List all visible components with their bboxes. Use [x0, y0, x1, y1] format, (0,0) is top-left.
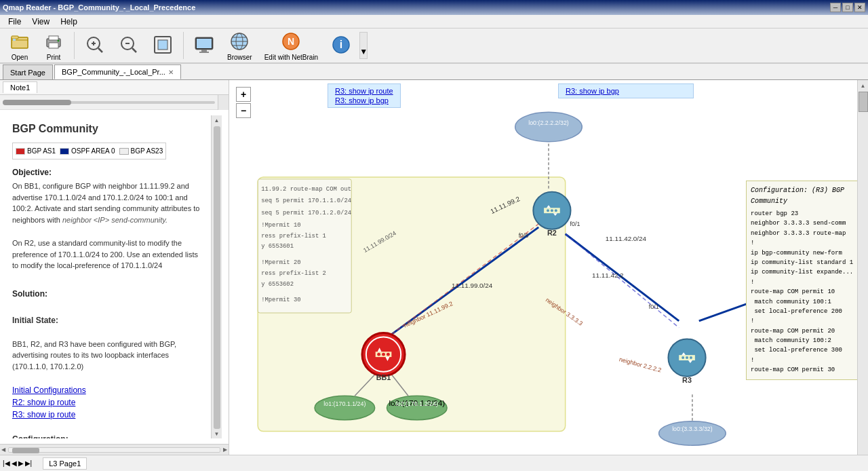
config-line-4: ! [751, 238, 860, 248]
nav-next[interactable]: ▶ [18, 459, 24, 467]
svg-text:y 6553601: y 6553601 [261, 243, 294, 250]
menu-bar: File View Help [0, 15, 868, 29]
screen-button[interactable] [189, 31, 220, 60]
r3-bgp-info: R3: show ip bgp [558, 83, 694, 98]
config-line-17: route-map COM permit 30 [751, 365, 860, 375]
minimize-button[interactable]: ─ [830, 3, 841, 12]
svg-point-86 [686, 356, 688, 359]
maximize-button[interactable]: □ [842, 3, 853, 12]
svg-rect-15 [158, 40, 167, 50]
r3-show-ip-bgp-link[interactable]: R3: show ip bgp [335, 96, 393, 105]
zoom-in-button[interactable] [79, 31, 111, 60]
svg-text:seq 5 permit 170.1.2.0/24: seq 5 permit 170.1.2.0/24 [261, 210, 351, 216]
info-button[interactable]: i [326, 31, 357, 60]
map-scrollbar-vertical[interactable]: ▲ [857, 80, 868, 455]
svg-text:11.11.99.0/24: 11.11.99.0/24 [452, 282, 493, 289]
open-button[interactable]: Open [4, 28, 35, 64]
svg-text:R3: R3 [682, 376, 692, 384]
svg-text:!Mpermit 30: !Mpermit 30 [261, 297, 300, 303]
note-tab-bar: Note1 [0, 80, 229, 95]
svg-text:11.99.2 route-map COM out: 11.99.2 route-map COM out [261, 186, 351, 193]
config-line-5: ip bgp-community new-form [751, 248, 860, 258]
toolbar-dropdown[interactable]: ▼ [359, 32, 368, 59]
tab-bgp-community[interactable]: BGP_Community_-_Local_Pr... ✕ [54, 64, 181, 79]
svg-line-10 [98, 48, 102, 52]
svg-rect-1 [12, 36, 18, 39]
legend-box: BGP AS1 OSPF AREA 0 BGP AS23 [12, 143, 166, 159]
menu-view[interactable]: View [26, 16, 55, 28]
note-tab-1[interactable]: Note1 [3, 81, 37, 93]
svg-rect-19 [199, 52, 209, 53]
config-title: Configuration: [12, 433, 204, 438]
svg-text:ress prefix-list 2: ress prefix-list 2 [261, 270, 326, 277]
config-line-13: route-map COM permit 20 [751, 326, 860, 336]
nav-first[interactable]: |◀ [3, 459, 10, 467]
zoom-out-map-button[interactable]: − [236, 103, 251, 118]
svg-text:f0/0: f0/0 [519, 232, 529, 239]
svg-text:lo0:(2.2.2.2/32): lo0:(2.2.2.2/32) [528, 119, 569, 126]
tab-start-page[interactable]: Start Page [3, 64, 53, 79]
svg-text:neighbor 2.2.2.2: neighbor 2.2.2.2 [618, 356, 663, 373]
svg-point-87 [690, 356, 692, 359]
r3-show-ip-route-link[interactable]: R3: show ip route [335, 87, 393, 95]
fit-button[interactable] [147, 31, 178, 60]
svg-text:seq 5 permit 170.1.1.0/24: seq 5 permit 170.1.1.0/24 [261, 197, 351, 204]
svg-point-6 [58, 39, 60, 41]
config-line-7: ip community-list expande... [751, 267, 860, 277]
svg-text:f0/1: f0/1 [570, 221, 580, 227]
link-r2-show-ip-route[interactable]: R2: show ip route [12, 396, 204, 409]
tab-close-icon[interactable]: ✕ [168, 69, 174, 76]
svg-point-81 [551, 209, 553, 212]
map-area[interactable]: R3: show ip route R3: show ip bgp R3: sh… [229, 80, 868, 455]
nav-prev[interactable]: ◀ [12, 459, 17, 467]
svg-text:R2: R2 [547, 229, 557, 237]
left-panel-scrollbar[interactable]: ▲ ▼ [211, 115, 222, 438]
window-title: Qmap Reader - BGP_Community_-_Local_Prec… [3, 3, 195, 12]
config-line-9: route-map COM permit 10 [751, 287, 860, 297]
print-button[interactable]: Print [38, 28, 69, 64]
main-area: Note1 BGP Community BGP AS1 [0, 80, 868, 455]
solution-title: Solution: [12, 288, 204, 300]
left-panel-hscroll[interactable]: ◀ ▶ [0, 444, 229, 455]
page-tab-l3[interactable]: L3 Page1 [43, 457, 87, 470]
zoom-controls: + − [236, 87, 251, 118]
zoom-in-map-button[interactable]: + [236, 87, 251, 102]
legend-bgp-as23: BGP AS23 [119, 146, 163, 156]
browser-icon [229, 31, 250, 52]
edit-netbrain-button[interactable]: N Edit with NetBrain [260, 28, 323, 64]
browser-button[interactable]: Browser [222, 28, 257, 64]
svg-point-85 [682, 356, 684, 359]
link-initial-configs[interactable]: Initial Configurations [12, 384, 204, 396]
r2-note: On R2, use a standard community-list to … [12, 238, 204, 271]
close-button[interactable]: ✕ [854, 3, 865, 12]
link-r3-show-ip-route[interactable]: R3: show ip route [12, 409, 204, 421]
zoom-out-button[interactable] [113, 31, 144, 60]
menu-file[interactable]: File [3, 16, 26, 28]
r3-show-ip-bgp-top-link[interactable]: R3: show ip bgp [566, 87, 686, 95]
menu-help[interactable]: Help [55, 16, 83, 28]
page-tab-l3-label: L3 Page1 [49, 459, 81, 468]
zoom-out-icon [118, 34, 140, 56]
initial-state-title: Initial State: [12, 314, 204, 326]
browser-label: Browser [227, 54, 252, 61]
scroll-up-btn[interactable]: ▲ [858, 80, 868, 91]
svg-rect-18 [201, 50, 207, 52]
svg-rect-2 [13, 39, 16, 41]
r3-show-ip-route-panel: R3: show ip route R3: show ip bgp [328, 83, 401, 108]
edit-netbrain-icon: N [280, 31, 302, 52]
scroll-thumb[interactable] [214, 126, 220, 429]
tab-start-page-label: Start Page [10, 69, 45, 77]
toolbar: Open Print [0, 29, 868, 64]
svg-point-80 [547, 209, 549, 212]
config-line-6: ip community-list standard 1 [751, 258, 860, 267]
svg-line-13 [132, 48, 136, 52]
screen-icon [193, 34, 215, 56]
toolbar-separator-1 [74, 32, 75, 59]
scroll-thumb-v[interactable] [859, 92, 868, 112]
edit-netbrain-label: Edit with NetBrain [264, 54, 318, 61]
svg-text:!Mpermit 20: !Mpermit 20 [261, 259, 300, 266]
print-icon [43, 31, 64, 52]
legend-bgp-as1-color [16, 148, 25, 155]
nav-last[interactable]: ▶| [25, 459, 33, 467]
config-line-11: set local-preference 200 [751, 307, 860, 316]
